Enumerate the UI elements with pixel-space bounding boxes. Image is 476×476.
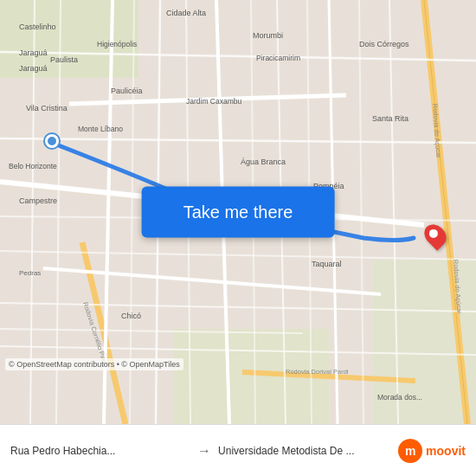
route-from: Rua Pedro Habechia... — [10, 445, 190, 457]
svg-text:Campestre: Campestre — [19, 196, 57, 205]
svg-text:Jardim Caxambu: Jardim Caxambu — [186, 97, 242, 106]
svg-text:Castelinho: Castelinho — [19, 23, 56, 31]
route-to: Universidade Metodista De ... — [218, 445, 398, 457]
map-attribution: © OpenStreetMap contributors • © OpenMap… — [5, 358, 183, 370]
svg-text:Paulicéia: Paulicéia — [111, 87, 143, 95]
svg-text:Higienópolis: Higienópolis — [97, 40, 137, 48]
moovit-text: moovit — [426, 444, 466, 458]
svg-text:Piracicamirim: Piracicamirim — [256, 54, 300, 62]
svg-text:Jaraguá: Jaraguá — [19, 48, 48, 57]
svg-text:Pedras: Pedras — [19, 269, 41, 277]
svg-text:Vila Cristina: Vila Cristina — [26, 104, 68, 113]
map-container: Castelinho Jaraguá Jaraguá Paulista Higi… — [0, 0, 476, 424]
svg-text:Morada dos...: Morada dos... — [377, 393, 422, 402]
moovit-icon: m — [398, 439, 422, 463]
svg-text:Taquaral: Taquaral — [312, 260, 342, 268]
svg-text:Jaraguá: Jaraguá — [19, 64, 48, 73]
svg-text:Dois Córregos: Dois Córregos — [359, 40, 409, 48]
svg-text:Paulista: Paulista — [50, 55, 78, 64]
moovit-logo: m moovit — [398, 439, 466, 463]
route-info: Rua Pedro Habechia... → Universidade Met… — [10, 443, 398, 459]
origin-marker — [45, 134, 59, 148]
route-arrow-icon: → — [197, 443, 211, 459]
svg-text:Rodovia Dorival Pardi: Rodovia Dorival Pardi — [286, 368, 349, 376]
svg-text:Cidade Alta: Cidade Alta — [166, 9, 206, 17]
svg-text:Água Branca: Água Branca — [241, 158, 286, 166]
svg-text:Santa Rita: Santa Rita — [372, 114, 408, 123]
svg-text:Monte Líbano: Monte Líbano — [78, 125, 123, 133]
take-me-there-button[interactable]: Take me there — [142, 187, 335, 238]
bottom-bar: Rua Pedro Habechia... → Universidade Met… — [0, 424, 476, 476]
svg-text:Morumbi: Morumbi — [253, 31, 283, 40]
svg-text:Belo Horizonte: Belo Horizonte — [9, 162, 57, 170]
svg-text:Chicó: Chicó — [121, 312, 141, 320]
